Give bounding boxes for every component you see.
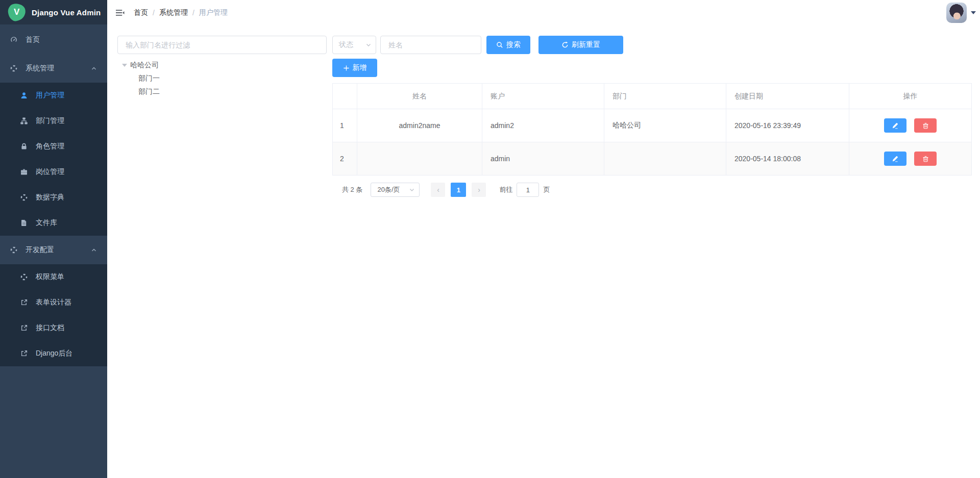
header-name: 姓名: [357, 84, 482, 109]
cell-index: 2: [333, 142, 357, 175]
caret-down-icon[interactable]: [971, 11, 976, 14]
avatar[interactable]: [946, 3, 967, 23]
org-tree-icon: [20, 117, 28, 124]
dictionary-icon: [20, 194, 28, 201]
pagination-total: 共 2 条: [342, 185, 362, 194]
breadcrumb-separator: /: [153, 9, 155, 17]
trash-icon: [922, 122, 929, 129]
breadcrumb-item-system[interactable]: 系统管理: [159, 8, 188, 17]
prev-page-button[interactable]: ‹: [431, 183, 445, 197]
sidebar-item-label: 岗位管理: [36, 167, 64, 177]
sidebar-item-dictionary[interactable]: 数据字典: [0, 185, 107, 210]
search-button-label: 搜索: [506, 40, 521, 49]
sidebar-toggle-button[interactable]: [107, 0, 133, 26]
sidebar-item-label: 数据字典: [36, 193, 64, 202]
permission-menu-icon: [20, 273, 28, 281]
breadcrumb-item-home[interactable]: 首页: [134, 8, 148, 17]
refresh-reset-button[interactable]: 刷新重置: [538, 36, 623, 54]
sidebar-submenu-label: 开发配置: [26, 245, 54, 255]
page-size-select[interactable]: 20条/页: [371, 183, 420, 197]
breadcrumb-separator: /: [192, 9, 194, 17]
delete-button[interactable]: [914, 152, 937, 166]
chevron-down-icon: [365, 42, 372, 48]
refresh-icon: [561, 41, 569, 48]
tree-node-root[interactable]: 哈哈公司: [117, 59, 327, 72]
header-account: 账户: [482, 84, 604, 109]
hamburger-icon: [115, 8, 125, 18]
sidebar-item-permissions[interactable]: 权限菜单: [0, 264, 107, 290]
cell-name: [357, 142, 482, 175]
component-icon: [10, 246, 17, 254]
page-unit-label: 页: [543, 185, 550, 194]
goto-label: 前往: [499, 185, 512, 194]
pagination: 共 2 条 20条/页 ‹ 1 › 前往 页: [332, 183, 971, 197]
edit-button[interactable]: [884, 152, 906, 166]
sidebar-item-label: 用户管理: [36, 91, 64, 100]
tree-node-label: 部门一: [138, 74, 160, 83]
plus-icon: [343, 65, 350, 71]
tree-node-label: 部门二: [138, 87, 160, 96]
edit-button[interactable]: [884, 118, 906, 133]
sidebar-item-form-designer[interactable]: 表单设计器: [0, 290, 107, 315]
cell-index: 1: [333, 109, 357, 142]
logo-bar: V Django Vue Admin: [0, 0, 107, 24]
sidebar-item-home[interactable]: 首页: [0, 26, 107, 54]
header-index: [333, 84, 357, 109]
component-icon: [10, 65, 17, 72]
cell-account: admin: [482, 142, 604, 175]
sidebar-menu: 首页 系统管理 用户管理 部门管理: [0, 24, 107, 366]
cell-name: admin2name: [357, 109, 482, 142]
status-select[interactable]: 状态: [332, 36, 376, 54]
navbar-right: [946, 3, 976, 23]
sidebar-submenu-system[interactable]: 系统管理: [0, 54, 107, 83]
tree-node-child[interactable]: 部门一: [117, 72, 327, 85]
user-panel: 状态 搜索 刷新重置 新增 姓名 账户 部门: [332, 36, 971, 197]
search-toolbar: 状态 搜索 刷新重置: [332, 36, 971, 54]
table-header-row: 姓名 账户 部门 创建日期 操作: [333, 84, 972, 109]
sidebar-item-label: 部门管理: [36, 116, 64, 125]
edit-pencil-icon: [892, 122, 898, 129]
header-department: 部门: [604, 84, 726, 109]
name-filter-input[interactable]: [380, 36, 481, 54]
sidebar-submenu-dev[interactable]: 开发配置: [0, 236, 107, 264]
sidebar-item-files[interactable]: 文件库: [0, 210, 107, 236]
cell-created-date: 2020-05-14 18:00:08: [726, 142, 849, 175]
next-page-button[interactable]: ›: [472, 183, 486, 197]
sidebar: V Django Vue Admin 首页 系统管理 用户管理: [0, 0, 107, 478]
trash-icon: [922, 156, 929, 162]
department-filter-input[interactable]: [117, 36, 327, 54]
search-icon: [496, 41, 503, 48]
sidebar-item-api-docs[interactable]: 接口文档: [0, 315, 107, 341]
goto-page-input[interactable]: [517, 183, 539, 197]
external-link-icon: [20, 350, 28, 357]
search-button[interactable]: 搜索: [486, 36, 530, 54]
cell-created-date: 2020-05-16 23:39:49: [726, 109, 849, 142]
caret-down-icon[interactable]: [122, 64, 127, 67]
dashboard-icon: [10, 36, 17, 43]
status-select-placeholder: 状态: [339, 40, 353, 49]
breadcrumb-item-current: 用户管理: [199, 8, 228, 17]
sidebar-item-django-admin[interactable]: Django后台: [0, 341, 107, 366]
sidebar-item-users[interactable]: 用户管理: [0, 83, 107, 108]
chevron-up-icon: [91, 247, 97, 253]
external-link-icon: [20, 324, 28, 332]
sidebar-item-positions[interactable]: 岗位管理: [0, 159, 107, 185]
cell-account: admin2: [482, 109, 604, 142]
sidebar-item-label: 首页: [26, 35, 40, 44]
page-size-value: 20条/页: [377, 185, 400, 194]
delete-button[interactable]: [914, 118, 937, 133]
sidebar-item-departments[interactable]: 部门管理: [0, 108, 107, 134]
sidebar-item-label: 文件库: [36, 218, 57, 228]
sidebar-item-roles[interactable]: 角色管理: [0, 134, 107, 159]
table-row: 2 admin 2020-05-14 18:00:08: [333, 142, 972, 175]
sidebar-item-label: 表单设计器: [36, 298, 71, 307]
page-number-button[interactable]: 1: [451, 183, 466, 197]
refresh-reset-button-label: 刷新重置: [572, 40, 600, 49]
tree-node-child[interactable]: 部门二: [117, 85, 327, 98]
app-logo: V: [7, 3, 27, 22]
sidebar-submenu-label: 系统管理: [26, 64, 54, 73]
sidebar-item-label: 角色管理: [36, 142, 64, 151]
tree-node-label: 哈哈公司: [130, 61, 159, 70]
add-button[interactable]: 新增: [332, 59, 377, 77]
main-content: 哈哈公司 部门一 部门二 状态 搜索 刷新重置: [107, 26, 980, 478]
